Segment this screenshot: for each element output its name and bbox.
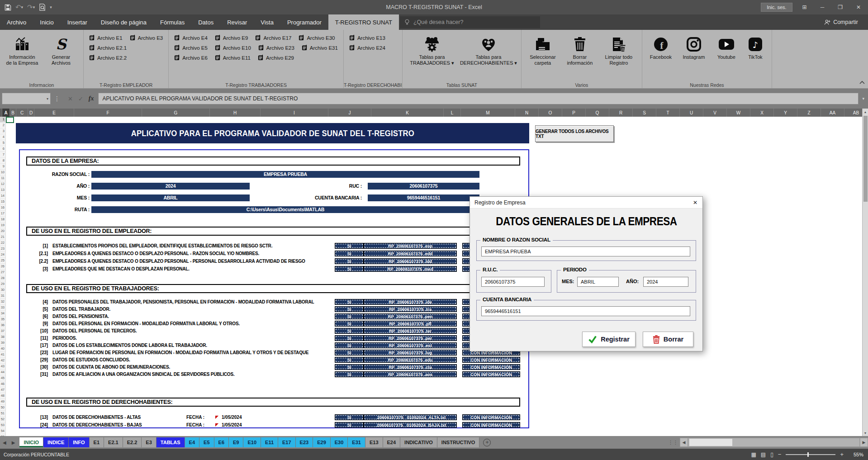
worksheet[interactable]: 1234567891011121314151617181920212223242… <box>0 117 862 436</box>
si-cell[interactable]: SI <box>335 306 364 312</box>
formula-bar-handle[interactable]: ⋮ <box>51 95 63 102</box>
hscroll-right-icon[interactable]: ▶ <box>860 438 868 447</box>
column-header[interactable]: S <box>633 109 656 117</box>
sheet-tab[interactable]: TABLAS <box>157 437 185 447</box>
seleccionar-carpeta-button[interactable]: Seleccionarcarpeta <box>524 32 561 79</box>
si-cell[interactable]: SI <box>335 335 364 341</box>
fecha-cell[interactable]: 1/05/2024 <box>220 422 335 427</box>
redo-icon[interactable]: ↷▾ <box>27 3 35 11</box>
ribbon-tab[interactable]: Revisar <box>220 14 254 30</box>
info-cell[interactable]: CON INFORMACIÓN <box>462 364 520 370</box>
archivo-button[interactable]: Archivo E30 <box>296 33 337 42</box>
ruc-input[interactable]: 20606107375 <box>481 277 545 287</box>
page-break-icon[interactable]: ▯ <box>770 451 773 458</box>
file-cell[interactable]: RP_20606107375 .per <box>364 335 457 341</box>
row-number[interactable]: 1 <box>0 117 5 123</box>
sheet-tab[interactable]: E13 <box>365 437 383 447</box>
customize-qat-icon[interactable]: ▾ <box>50 5 52 9</box>
column-header[interactable]: U <box>680 109 703 117</box>
sheet-tab[interactable]: E23 <box>296 437 313 447</box>
row-number[interactable]: 37 <box>0 328 5 334</box>
column-header[interactable]: AA <box>821 109 844 117</box>
row-number[interactable]: 28 <box>0 275 5 281</box>
row-number[interactable]: 52 <box>0 417 5 422</box>
archivo-button[interactable]: Archivo E2.1 <box>86 43 129 52</box>
dialog-title-bar[interactable]: Registro de Empresa ✕ <box>470 197 702 209</box>
normal-view-icon[interactable]: ▦ <box>751 451 756 458</box>
si-cell[interactable]: SI <box>335 251 364 256</box>
archivo-button[interactable]: Archivo E10 <box>212 43 254 52</box>
insert-function-icon[interactable]: fx <box>89 95 94 102</box>
column-header[interactable]: T <box>656 109 680 117</box>
ribbon-tab[interactable]: Archivo <box>0 14 33 30</box>
column-header[interactable]: L <box>444 109 461 117</box>
sheet-tab[interactable]: INFO <box>69 437 89 447</box>
zoom-slider-thumb[interactable] <box>807 452 809 457</box>
column-header[interactable]: I <box>261 109 328 117</box>
row-number[interactable]: 38 <box>0 334 5 340</box>
column-header[interactable]: X <box>750 109 774 117</box>
sheet-tab[interactable]: INSTRUCTIVO <box>437 437 480 447</box>
column-header[interactable]: Y <box>774 109 797 117</box>
expand-formula-bar-icon[interactable]: ▾ <box>859 96 868 101</box>
archivo-button[interactable]: Archivo E11 <box>212 53 253 62</box>
row-number[interactable]: 19 <box>0 223 5 228</box>
si-cell[interactable]: SI <box>335 258 364 264</box>
row-number[interactable]: 12 <box>0 181 5 187</box>
sheet-tab[interactable]: E2.1 <box>104 437 123 447</box>
row-number[interactable]: 9 <box>0 164 5 170</box>
column-header[interactable]: R <box>609 109 633 117</box>
file-cell[interactable]: RP_20606107375 .ide <box>364 299 457 305</box>
cancel-entry-icon[interactable]: ✕ <box>68 95 73 102</box>
si-cell[interactable]: SI <box>335 328 364 334</box>
zoom-level[interactable]: 55% <box>848 452 863 457</box>
zoom-out-icon[interactable]: − <box>778 451 782 458</box>
si-cell[interactable]: SI <box>335 266 364 272</box>
si-cell[interactable]: SI <box>335 422 364 428</box>
row-number[interactable]: 27 <box>0 270 5 275</box>
scroll-up-icon[interactable]: ▲ <box>863 109 868 115</box>
tab-split-handle[interactable]: ⋮⋮ <box>666 440 680 446</box>
name-box[interactable]: ▾ <box>2 93 51 104</box>
row-number[interactable]: 39 <box>0 340 5 346</box>
row-number[interactable]: 11 <box>0 175 5 181</box>
sheet-tab[interactable]: INICIO <box>19 437 43 447</box>
archivo-button[interactable]: Archivo E6 <box>171 53 210 62</box>
undo-icon[interactable]: ↶▾ <box>15 3 23 11</box>
print-preview-icon[interactable] <box>39 4 46 11</box>
file-cell[interactable]: RP_20606107375 .edd <box>364 251 457 256</box>
column-header[interactable]: N <box>515 109 539 117</box>
row-number[interactable]: 49 <box>0 399 5 405</box>
selected-cell-a1[interactable] <box>6 117 14 123</box>
column-header[interactable]: F <box>74 109 142 117</box>
row-number[interactable]: 40 <box>0 346 5 352</box>
ribbon-tab[interactable]: Insertar <box>61 14 94 30</box>
anio-input[interactable]: 2024 <box>643 277 688 287</box>
row-number[interactable]: 42 <box>0 358 5 364</box>
file-cell[interactable]: RP_20606107375 .est <box>364 342 457 348</box>
archivo-button[interactable]: Archivo E1 <box>86 33 125 42</box>
info-cell[interactable]: CON INFORMACIÓN <box>462 414 520 420</box>
si-cell[interactable]: SI <box>335 313 364 319</box>
column-header[interactable]: W <box>727 109 750 117</box>
column-header[interactable]: V <box>703 109 727 117</box>
generar-archivos-button[interactable]: S GenerarArchivos <box>42 32 81 79</box>
horizontal-scroll-thumb[interactable] <box>689 439 732 446</box>
si-cell[interactable]: SI <box>335 414 364 420</box>
row-number[interactable]: 22 <box>0 240 5 246</box>
sign-in-button[interactable]: Inic. ses. <box>761 3 792 12</box>
si-cell[interactable]: SI <box>335 321 364 327</box>
row-number[interactable]: 30 <box>0 287 5 293</box>
vertical-scrollbar[interactable]: ▲ ▼ <box>862 109 868 436</box>
row-number[interactable]: 5 <box>0 140 5 146</box>
archivo-button[interactable]: Archivo E24 <box>346 43 388 52</box>
info-cell[interactable]: CON INFORMACIÓN <box>462 357 520 363</box>
file-cell[interactable]: RP_20606107375 .pen <box>364 313 457 319</box>
column-header[interactable]: C <box>16 109 28 117</box>
ribbon-tab[interactable]: Datos <box>191 14 220 30</box>
row-number[interactable]: 35 <box>0 317 5 322</box>
file-cell[interactable]: RP_20606107375 .med <box>364 266 457 272</box>
minimize-button[interactable]: ─ <box>817 4 828 10</box>
column-header[interactable]: J <box>328 109 371 117</box>
limpiar-registro-button[interactable]: Limpiar todoRegistro <box>598 32 639 79</box>
